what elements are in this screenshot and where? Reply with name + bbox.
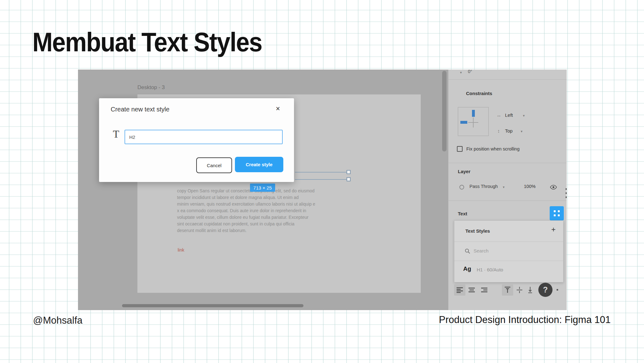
constraints-heading: Constraints xyxy=(466,91,492,96)
vertical-align-top-button[interactable] xyxy=(502,284,513,296)
style-name-input[interactable] xyxy=(125,130,283,144)
canvas-paragraph[interactable]: copy Open Sans regular ut consectetur ad… xyxy=(177,188,315,234)
text-styles-toggle-button[interactable] xyxy=(550,206,564,220)
divider xyxy=(454,261,563,261)
frame-name-label[interactable]: Desktop - 3 xyxy=(137,84,165,91)
align-left-icon xyxy=(456,287,463,293)
search-input[interactable]: Search xyxy=(474,248,489,253)
dialog-title: Create new text style xyxy=(111,106,169,113)
panel-edge-dots xyxy=(566,188,567,190)
vertical-constraint-icon: ↕ xyxy=(497,128,500,133)
horizontal-constraint-icon: ↔ xyxy=(497,112,501,118)
horizontal-scrollbar[interactable] xyxy=(122,304,303,307)
canvas-paragraph-line: copy Open Sans regular ut consectetur ad… xyxy=(177,188,315,194)
canvas-paragraph-line: minim veniam, quis nostrud exercitation … xyxy=(177,201,315,207)
fix-position-label: Fix position when scrolling xyxy=(466,146,519,151)
chevron-down-icon[interactable]: ▾ xyxy=(521,129,523,133)
slide-title: Membuat Text Styles xyxy=(32,26,262,58)
eye-icon[interactable] xyxy=(550,185,557,190)
divider xyxy=(448,163,567,163)
selection-outline-bottom xyxy=(295,179,349,180)
align-left-button[interactable] xyxy=(454,284,465,296)
add-style-icon[interactable]: + xyxy=(551,225,556,234)
divider xyxy=(454,241,563,242)
panel-edge-dots xyxy=(566,196,567,198)
create-text-style-dialog: Create new text style × T Cancel Create … xyxy=(99,98,294,182)
align-right-button[interactable] xyxy=(480,284,489,296)
selection-handle-bottom-right[interactable] xyxy=(347,177,351,181)
text-section-heading: Text xyxy=(458,211,467,216)
slide: Membuat Text Styles Desktop - 3 713 × 25… xyxy=(0,0,644,363)
canvas-link-text[interactable]: link xyxy=(178,247,184,252)
blend-mode-icon xyxy=(459,185,464,190)
opacity-value[interactable]: 100% xyxy=(524,184,536,189)
text-styles-dropdown: Text Styles + Search Ag H1 · 60/Auto xyxy=(454,220,564,282)
selection-handle-top-right[interactable] xyxy=(347,170,351,174)
text-style-item[interactable]: H1 · 60/Auto xyxy=(477,267,503,272)
canvas-paragraph-line: tempor incididunt ut labore et dolore ma… xyxy=(177,194,315,201)
vertical-align-middle-button[interactable] xyxy=(515,284,524,296)
canvas-paragraph-line: x ea commodo consequat. Duis aute irure … xyxy=(177,207,315,214)
figma-screenshot: Desktop - 3 713 × 25 copy Open Sans regu… xyxy=(78,70,567,310)
canvas-paragraph-line: sint occaecat cupidatat non proident, su… xyxy=(177,221,315,227)
constraint-left-tick[interactable] xyxy=(460,121,467,124)
vertical-scrollbar[interactable] xyxy=(442,71,447,151)
constraint-center-cross[interactable] xyxy=(473,117,474,128)
vertical-constraint-value[interactable]: Top xyxy=(505,128,513,133)
align-right-icon xyxy=(481,287,488,293)
chevron-down-icon[interactable]: ▾ xyxy=(503,185,505,189)
constraint-top-tick[interactable] xyxy=(472,110,475,117)
toolbar-edge-dot xyxy=(557,289,558,291)
create-style-button[interactable]: Create style xyxy=(235,157,283,172)
help-button[interactable]: ? xyxy=(538,283,552,297)
rotation-value[interactable]: 0° xyxy=(468,70,472,74)
cancel-button[interactable]: Cancel xyxy=(196,157,232,173)
vertical-align-top-icon xyxy=(504,286,511,293)
four-dots-icon xyxy=(554,210,560,216)
selection-outline-top xyxy=(295,172,349,173)
course-title: Product Design Introduction: Figma 101 xyxy=(439,314,611,326)
blend-mode-value[interactable]: Pass Through xyxy=(469,184,498,189)
vertical-align-bottom-icon xyxy=(527,286,533,293)
divider xyxy=(448,201,567,201)
divider xyxy=(448,79,567,80)
panel-edge-dots xyxy=(566,192,567,194)
align-center-button[interactable] xyxy=(467,284,476,296)
chevron-down-icon[interactable]: ▾ xyxy=(523,114,525,118)
close-icon[interactable]: × xyxy=(276,105,280,113)
text-styles-heading: Text Styles xyxy=(465,228,490,234)
fix-position-checkbox[interactable] xyxy=(457,146,463,152)
question-mark-icon: ? xyxy=(543,285,548,294)
text-tool-icon: T xyxy=(113,128,119,140)
vertical-align-middle-icon xyxy=(516,286,523,293)
author-handle: @Mohsalfa xyxy=(33,315,82,326)
size-badge: 713 × 25 xyxy=(250,184,275,192)
canvas-paragraph-line: voluptate velit esse, cillum dolore eu f… xyxy=(177,214,315,221)
rotation-chevron-icon[interactable]: ▾ xyxy=(460,71,462,75)
search-icon xyxy=(465,248,470,254)
style-preview: Ag xyxy=(463,265,471,272)
vertical-align-bottom-button[interactable] xyxy=(526,284,535,296)
canvas-paragraph-line: deserunt mollit anim id est laborum. xyxy=(177,227,315,234)
constraints-widget[interactable] xyxy=(458,107,489,136)
horizontal-constraint-value[interactable]: Left xyxy=(505,112,513,118)
layer-heading: Layer xyxy=(458,169,470,174)
align-center-icon xyxy=(468,287,475,293)
properties-panel: ▾ 0° Constraints ↔ Left ▾ ↕ Top ▾ Fix po… xyxy=(448,70,567,310)
